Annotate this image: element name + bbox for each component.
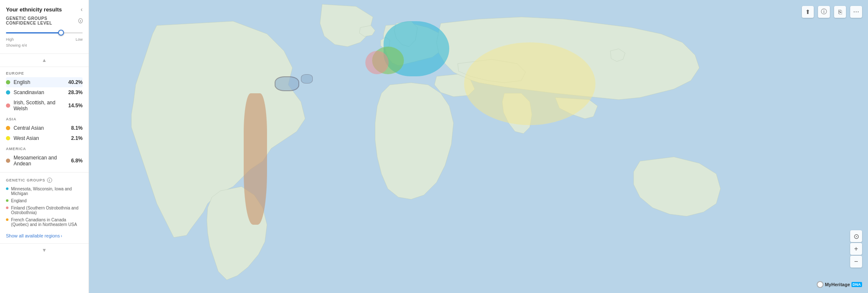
zoom-controls: ⊙ + − (850, 230, 862, 268)
genetic-group-item-french-canadian[interactable]: French Canadians in Canada (Quebec) and … (6, 216, 83, 228)
english-name: English (14, 79, 68, 85)
more-icon[interactable]: ⋯ (850, 6, 862, 18)
collapse-sidebar-button[interactable]: ‹ (81, 6, 83, 13)
west-asian-pct: 2.1% (71, 135, 83, 141)
mesoamerican-name: Mesoamerican and Andean (14, 155, 71, 167)
world-map-svg (89, 0, 868, 293)
finland-dot (6, 206, 8, 209)
scroll-down-arrow[interactable]: ▼ (0, 246, 89, 255)
showing-label: Showing 4/4 (6, 43, 83, 47)
dna-badge: DNA (851, 282, 862, 287)
irish-pct: 14.5% (68, 103, 83, 109)
ethnicity-item-mesoamerican[interactable]: Mesoamerican and Andean 6.8% (6, 153, 83, 169)
central-asian-dot (6, 126, 10, 130)
logo-brand: MyHeritage (825, 282, 850, 287)
info-icon[interactable]: ⓘ (818, 6, 830, 18)
finland-label: Finland (Southern Ostrobothnia and Ostro… (11, 206, 83, 215)
england-label: England (11, 198, 27, 203)
confidence-label: GENETIC GROUPS CONFIDENCE LEVEL i (6, 16, 83, 25)
irish-name: Irish, Scottish, and Welsh (14, 100, 68, 112)
minnesota-dot (6, 187, 8, 190)
logo-circle (817, 281, 823, 288)
chevron-right-icon: › (61, 234, 62, 238)
ethnicity-item-west-asian[interactable]: West Asian 2.1% (6, 133, 83, 143)
irish-dot (6, 103, 10, 108)
english-dot (6, 80, 10, 84)
sidebar: Your ethnicity results ‹ GENETIC GROUPS … (0, 0, 89, 293)
central-asian-pct: 8.1% (71, 125, 83, 131)
zoom-out-button[interactable]: − (850, 256, 862, 268)
west-asian-dot (6, 136, 10, 140)
ethnicity-item-irish[interactable]: Irish, Scottish, and Welsh 14.5% (6, 98, 83, 114)
genetic-groups-section: GENETIC GROUPS i Minnesota, Wisconsin, I… (0, 174, 89, 230)
sidebar-title: Your ethnicity results (6, 6, 62, 13)
genetic-groups-info-icon[interactable]: i (47, 178, 52, 183)
asia-section: ASIA Central Asian 8.1% West Asian 2.1% (0, 114, 89, 144)
asia-label: ASIA (6, 117, 83, 121)
confidence-slider[interactable] (6, 29, 83, 36)
copy-icon[interactable]: ⎘ (834, 6, 846, 18)
mesoamerican-dot (6, 159, 10, 163)
show-all-regions-button[interactable]: Show all available regions › (0, 230, 89, 242)
central-asian-name: Central Asian (14, 125, 71, 131)
europe-label: EUROPE (6, 71, 83, 75)
confidence-info-icon[interactable]: i (78, 18, 83, 23)
england-dot (6, 199, 8, 202)
minnesota-label: Minnesota, Wisconsin, Iowa and Michigan (11, 187, 83, 196)
ethnicity-item-english[interactable]: English 40.2% (6, 77, 83, 87)
slider-track (6, 32, 83, 33)
myheritage-logo: MyHeritage DNA (817, 281, 862, 288)
scandinavian-name: Scandinavian (14, 89, 68, 95)
scandinavian-dot (6, 90, 10, 95)
english-pct: 40.2% (68, 79, 83, 85)
genetic-group-item-minnesota[interactable]: Minnesota, Wisconsin, Iowa and Michigan (6, 185, 83, 197)
map-container[interactable]: ⬆ ⓘ ⎘ ⋯ ⊙ + − MyHeritage DNA (89, 0, 868, 293)
zoom-reset-button[interactable]: ⊙ (850, 230, 862, 242)
zoom-in-button[interactable]: + (850, 243, 862, 255)
sidebar-header: Your ethnicity results ‹ (0, 0, 89, 16)
genetic-group-item-finland[interactable]: Finland (Southern Ostrobothnia and Ostro… (6, 204, 83, 216)
west-asian-name: West Asian (14, 135, 71, 141)
share-icon[interactable]: ⬆ (802, 6, 814, 18)
ethnicity-item-scandinavian[interactable]: Scandinavian 28.3% (6, 87, 83, 98)
slider-labels: High Low (6, 37, 83, 42)
america-section: AMERICA Mesoamerican and Andean 6.8% (0, 144, 89, 170)
confidence-section: GENETIC GROUPS CONFIDENCE LEVEL i High L… (0, 16, 89, 52)
ethnicity-item-central-asian[interactable]: Central Asian 8.1% (6, 123, 83, 133)
scroll-up-arrow[interactable]: ▲ (0, 56, 89, 65)
america-label: AMERICA (6, 147, 83, 151)
map-toolbar: ⬆ ⓘ ⎘ ⋯ (802, 6, 862, 18)
scandinavian-pct: 28.3% (68, 89, 83, 95)
french-canadian-label: French Canadians in Canada (Quebec) and … (11, 218, 83, 227)
slider-thumb (58, 30, 64, 36)
europe-section: EUROPE English 40.2% Scandinavian 28.3% … (0, 69, 89, 114)
french-canadian-dot (6, 218, 8, 221)
genetic-group-item-england[interactable]: England (6, 197, 83, 204)
genetic-groups-title: GENETIC GROUPS i (6, 178, 83, 183)
mesoamerican-pct: 6.8% (71, 158, 83, 164)
